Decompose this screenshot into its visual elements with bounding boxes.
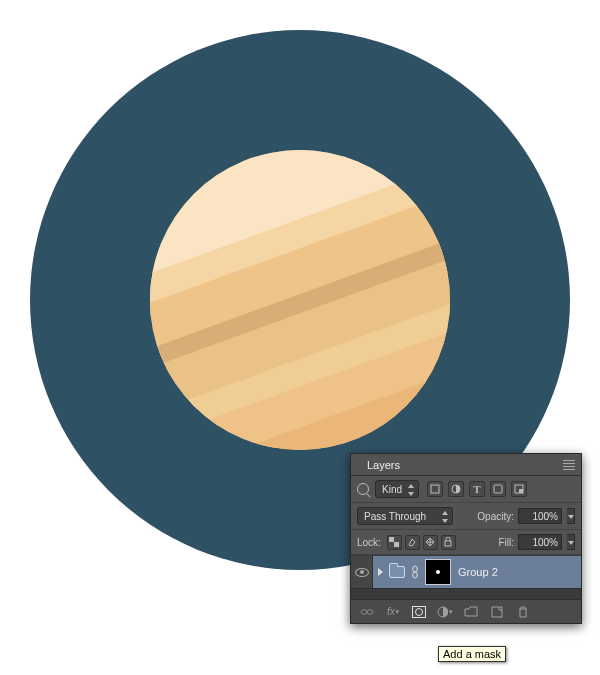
svg-point-8 [413, 566, 418, 572]
link-layers-icon[interactable] [359, 604, 375, 620]
lock-all-icon[interactable] [441, 535, 456, 550]
svg-point-11 [367, 609, 373, 614]
fill-label: Fill: [498, 537, 514, 548]
svg-rect-5 [389, 537, 394, 542]
svg-rect-4 [519, 489, 523, 493]
layers-panel: Layers Kind T Pass Through Opacity: 100%… [350, 453, 582, 624]
layer-name[interactable]: Group 2 [458, 566, 498, 578]
lock-pixels-icon[interactable] [405, 535, 420, 550]
svg-point-10 [361, 609, 367, 614]
add-mask-button[interactable] [411, 604, 427, 620]
filter-kind-label: Kind [382, 484, 402, 495]
panel-header: Layers [351, 454, 581, 476]
layer-list: Group 2 [351, 555, 581, 599]
layer-mask-thumbnail[interactable] [425, 559, 451, 585]
filter-pixel-icon[interactable] [427, 481, 443, 497]
fill-field[interactable]: 100% [518, 534, 562, 550]
svg-rect-15 [492, 607, 502, 617]
planet-shape [150, 150, 450, 450]
opacity-stepper[interactable] [567, 508, 575, 524]
lock-position-icon[interactable] [423, 535, 438, 550]
folder-icon [389, 566, 405, 578]
panel-tab-layers[interactable]: Layers [359, 456, 408, 474]
filter-shape-icon[interactable] [490, 481, 506, 497]
blend-mode-dropdown[interactable]: Pass Through [357, 507, 453, 525]
panel-menu-icon[interactable] [561, 458, 577, 472]
layer-list-empty [351, 589, 581, 599]
expand-triangle-icon[interactable] [378, 568, 383, 576]
svg-rect-6 [394, 542, 399, 547]
svg-point-13 [416, 608, 423, 615]
fx-icon[interactable]: fx▾ [385, 604, 401, 620]
search-icon [357, 483, 369, 495]
filter-adjustment-icon[interactable] [448, 481, 464, 497]
new-adjustment-icon[interactable]: ▾ [437, 604, 453, 620]
blend-row: Pass Through Opacity: 100% [351, 503, 581, 530]
eye-icon [355, 568, 369, 577]
lock-row: Lock: Fill: 100% [351, 530, 581, 555]
filter-type-icon[interactable]: T [469, 481, 485, 497]
tooltip-add-mask: Add a mask [438, 646, 506, 662]
new-group-icon[interactable] [463, 604, 479, 620]
layer-row-group2[interactable]: Group 2 [351, 555, 581, 589]
panel-footer: fx▾ ▾ [351, 599, 581, 623]
filter-kind-dropdown[interactable]: Kind [375, 480, 419, 498]
lock-transparency-icon[interactable] [387, 535, 402, 550]
delete-layer-icon[interactable] [515, 604, 531, 620]
opacity-label: Opacity: [477, 511, 514, 522]
mask-link-icon[interactable] [409, 565, 421, 579]
new-layer-icon[interactable] [489, 604, 505, 620]
filter-smartobject-icon[interactable] [511, 481, 527, 497]
svg-rect-0 [431, 485, 439, 493]
svg-rect-2 [494, 485, 502, 493]
svg-point-9 [413, 572, 418, 578]
opacity-field[interactable]: 100% [518, 508, 562, 524]
lock-label: Lock: [357, 537, 381, 548]
blend-mode-value: Pass Through [364, 511, 426, 522]
visibility-toggle[interactable] [351, 556, 373, 588]
fill-stepper[interactable] [567, 534, 575, 550]
filter-row: Kind T [351, 476, 581, 503]
svg-rect-7 [445, 541, 451, 546]
